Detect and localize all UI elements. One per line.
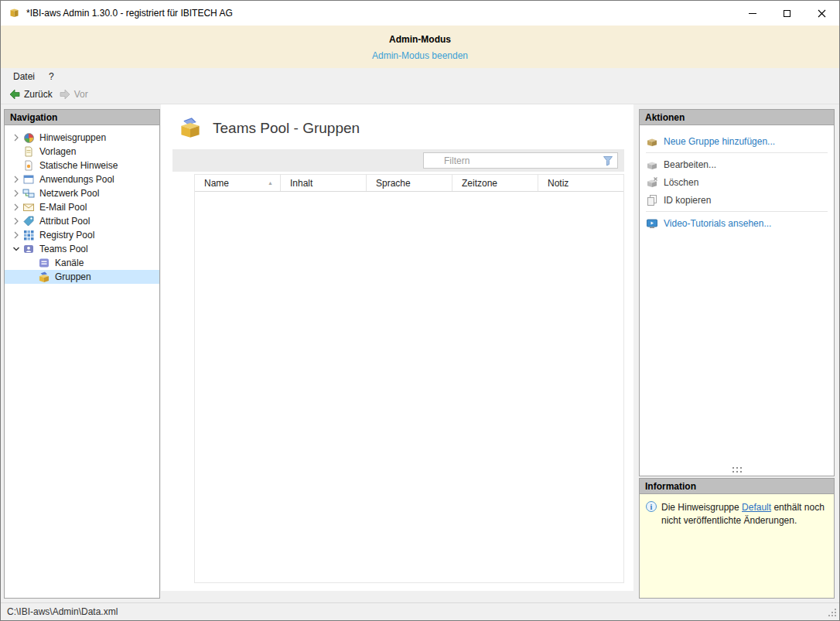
sidebar-item-label: Netzwerk Pool (39, 188, 99, 199)
vorlagen-icon (22, 145, 35, 158)
admin-mode-title: Admin-Modus (1, 34, 839, 45)
table-body-empty[interactable] (195, 192, 623, 582)
panel-resize-grip[interactable] (640, 467, 834, 476)
anwendungs-pool-icon (22, 173, 35, 186)
column-header-name[interactable]: Name ▲ (195, 175, 281, 191)
action-label: Bearbeiten... (664, 159, 716, 170)
sidebar-item-netzwerk-pool[interactable]: Netzwerk Pool (5, 186, 159, 200)
sidebar-item-vorlagen[interactable]: Vorlagen (5, 145, 159, 159)
sidebar-item-gruppen[interactable]: Gruppen (5, 270, 159, 284)
copy-id-icon (646, 194, 658, 206)
menu-datei[interactable]: Datei (6, 70, 42, 84)
window-title: *IBI-aws Admin 1.30.0 - registriert für … (26, 8, 735, 19)
information-text: Die Hinweisgruppe Default enthält noch n… (661, 501, 828, 527)
action-label: Neue Gruppe hinzufügen... (664, 136, 775, 147)
sidebar-item-label: Attribut Pool (39, 216, 90, 227)
right-column: Aktionen Neue Gruppe hinzufügen... (639, 109, 835, 599)
sidebar-item-label: Teams Pool (39, 244, 88, 254)
column-header-inhalt[interactable]: Inhalt (281, 175, 367, 191)
action-label: Löschen (664, 177, 698, 188)
netzwerk-pool-icon (22, 187, 35, 200)
kanaele-icon (38, 257, 50, 269)
chevron-right-icon[interactable] (9, 201, 22, 213)
app-window: *IBI-aws Admin 1.30.0 - registriert für … (0, 0, 840, 621)
forward-button[interactable]: Vor (57, 87, 93, 102)
close-button[interactable] (804, 2, 839, 26)
statusbar: C:\IBI-aws\Admin\Data.xml (1, 602, 839, 620)
titlebar: *IBI-aws Admin 1.30.0 - registriert für … (1, 1, 839, 26)
chevron-spacer (25, 257, 38, 269)
default-group-link[interactable]: Default (742, 502, 771, 513)
actions-header: Aktionen (640, 110, 834, 125)
sidebar-item-hinweisgruppen[interactable]: Hinweisgruppen (5, 131, 159, 145)
column-header-notiz[interactable]: Notiz (538, 175, 623, 191)
email-pool-icon (22, 201, 35, 213)
menu-help[interactable]: ? (42, 70, 61, 84)
groups-table: Name ▲ Inhalt Sprache Zeitzone Notiz (194, 174, 624, 583)
maximize-icon (784, 10, 790, 17)
filter-funnel-icon[interactable] (603, 155, 613, 169)
close-icon (818, 9, 826, 18)
actions-panel: Aktionen Neue Gruppe hinzufügen... (639, 109, 835, 476)
chevron-right-icon[interactable] (9, 173, 22, 186)
navigation-header: Navigation (5, 110, 159, 125)
sidebar-item-label: Anwendungs Pool (39, 174, 114, 185)
edit-icon (646, 159, 658, 171)
content-area: Navigation Hinweisgruppen (1, 104, 839, 602)
filter-box (423, 152, 618, 169)
action-copy-id[interactable]: ID kopieren (640, 191, 834, 209)
chevron-down-icon[interactable] (9, 243, 22, 255)
toolbar: Zurück Vor (1, 84, 839, 104)
action-delete[interactable]: Löschen (640, 173, 834, 191)
chevron-right-icon[interactable] (9, 215, 22, 227)
registry-pool-icon (22, 229, 35, 241)
column-header-sprache[interactable]: Sprache (367, 175, 452, 191)
back-button[interactable]: Zurück (7, 87, 57, 102)
information-panel: Information Die Hinweisgruppe Default en… (639, 478, 835, 599)
sidebar-item-anwendungs-pool[interactable]: Anwendungs Pool (5, 172, 159, 186)
chevron-right-icon[interactable] (9, 187, 22, 200)
page-title-row: Teams Pool - Gruppen (161, 104, 633, 149)
action-video-tutorials[interactable]: Video-Tutorials ansehen... (640, 214, 834, 232)
page-title: Teams Pool - Gruppen (213, 120, 360, 137)
sidebar-item-attribut-pool[interactable]: Attribut Pool (5, 214, 159, 228)
sidebar-item-kanaele[interactable]: Kanäle (5, 256, 159, 270)
add-group-icon (646, 135, 658, 148)
gruppen-icon (38, 271, 50, 283)
main-panel: Teams Pool - Gruppen Name ▲ (161, 104, 633, 591)
sidebar-item-label: Statische Hinweise (39, 160, 118, 171)
back-arrow-icon (9, 88, 21, 101)
sidebar-item-registry-pool[interactable]: Registry Pool (5, 228, 159, 242)
filter-input[interactable] (424, 153, 617, 168)
info-icon (646, 501, 657, 512)
action-new-group[interactable]: Neue Gruppe hinzufügen... (640, 132, 834, 150)
action-edit[interactable]: Bearbeiten... (640, 155, 834, 173)
sidebar-item-label: Hinweisgruppen (39, 132, 106, 143)
forward-arrow-icon (59, 88, 71, 101)
delete-icon (646, 176, 658, 189)
minimize-button[interactable] (735, 2, 770, 26)
sort-ascending-icon: ▲ (268, 180, 273, 186)
app-icon (8, 7, 21, 19)
chevron-right-icon[interactable] (9, 229, 22, 241)
sidebar-item-label: Registry Pool (39, 230, 94, 241)
filter-bar (172, 149, 624, 172)
maximize-button[interactable] (770, 2, 804, 26)
table-header-row: Name ▲ Inhalt Sprache Zeitzone Notiz (195, 175, 623, 192)
sidebar-item-label: Gruppen (55, 271, 91, 282)
sidebar-item-email-pool[interactable]: E-Mail Pool (5, 200, 159, 214)
video-tutorials-icon (646, 217, 658, 230)
window-resize-grip[interactable] (827, 607, 838, 620)
admin-mode-exit-link[interactable]: Admin-Modus beenden (1, 50, 839, 61)
navigation-tree: Hinweisgruppen Vorlagen (5, 125, 159, 598)
sidebar-item-teams-pool[interactable]: Teams Pool (5, 242, 159, 256)
chevron-spacer (25, 271, 38, 283)
column-header-zeitzone[interactable]: Zeitzone (452, 175, 538, 191)
chevron-right-icon[interactable] (9, 131, 22, 144)
gruppen-box-icon (178, 116, 203, 141)
sidebar-item-statische-hinweise[interactable]: Statische Hinweise (5, 159, 159, 172)
forward-label: Vor (74, 89, 88, 100)
actions-list: Neue Gruppe hinzufügen... Bearbeiten... (640, 125, 834, 476)
action-label: ID kopieren (664, 195, 711, 206)
back-label: Zurück (24, 89, 53, 100)
